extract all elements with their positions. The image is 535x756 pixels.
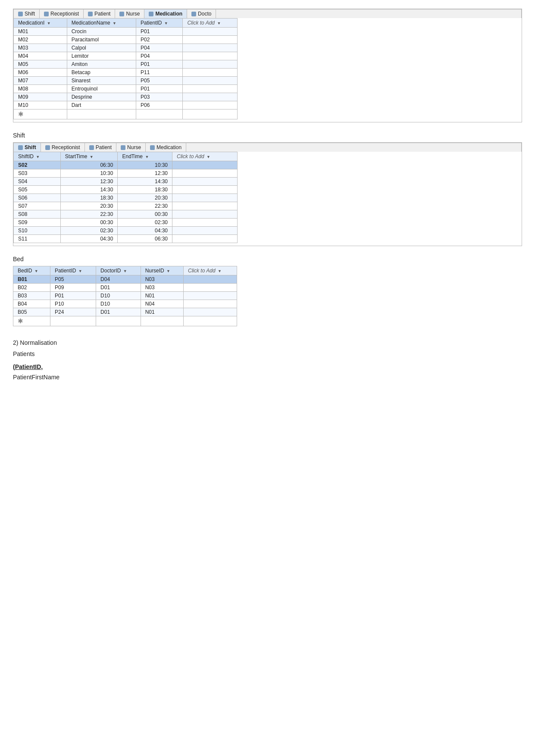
bed-row[interactable]: B03 P01 D10 N01 (13, 292, 237, 300)
tab-shift-active[interactable]: Shift (14, 143, 41, 152)
shift-end-cell: 12:30 (118, 169, 172, 178)
shift-row[interactable]: S11 04:30 06:30 (14, 235, 238, 243)
medication-row[interactable]: M08 Entroquinol P01 (14, 85, 238, 93)
medication-row[interactable]: M04 Lemitor P04 (14, 52, 238, 60)
shift-row[interactable]: S03 10:30 12:30 (14, 169, 238, 178)
col-bed-doctor-id-label: DoctorID (100, 268, 121, 274)
col-end-time[interactable]: EndTime ▼ (118, 152, 172, 161)
bed-section: Bed BedID ▼ PatientID ▼ DoctorID ▼ (13, 256, 522, 326)
asterisk-cell: ✱ (13, 316, 50, 326)
bed-row[interactable]: B05 P24 D01 N01 (13, 308, 237, 316)
shift-row[interactable]: S10 02:30 04:30 (14, 227, 238, 235)
col-start-time[interactable]: StartTime ▼ (60, 152, 118, 161)
med-patient-cell: P04 (136, 44, 183, 52)
shift-extra-cell (172, 235, 237, 243)
bed-extra-cell (184, 292, 237, 300)
tab-medication-shift[interactable]: Medication (146, 143, 186, 152)
col-patient-id[interactable]: PatientID ▼ (136, 19, 183, 28)
bed-doctor-cell: D04 (96, 275, 141, 284)
col-medication-id[interactable]: MedicationI ▼ (14, 19, 67, 28)
tab-nurse[interactable]: Nurse (115, 9, 144, 18)
sort-arrow-bed-id[interactable]: ▼ (34, 269, 38, 273)
medication-row[interactable]: M09 Desprine P03 (14, 93, 238, 101)
tab-receptionist[interactable]: Receptionist (40, 9, 84, 18)
med-id-cell: M01 (14, 28, 67, 36)
bed-id-cell: B05 (13, 308, 50, 316)
tab-patient-shift-label: Patient (96, 144, 112, 150)
bed-row[interactable]: B02 P09 D01 N03 (13, 284, 237, 292)
tab-patient-shift[interactable]: Patient (85, 143, 116, 152)
col-bed-id[interactable]: BedID ▼ (13, 266, 50, 275)
shift-start-cell: 02:30 (60, 227, 118, 235)
med-name-cell: Betacap (67, 69, 136, 77)
bed-row[interactable]: B01 P05 D04 N03 (13, 275, 237, 284)
shift-row[interactable]: S05 14:30 18:30 (14, 186, 238, 194)
medication-row[interactable]: M06 Betacap P11 (14, 69, 238, 77)
shift-row[interactable]: S09 00:30 02:30 (14, 219, 238, 227)
tab-receptionist-shift[interactable]: Receptionist (41, 143, 85, 152)
shift-id-cell: S03 (14, 169, 61, 178)
tab-nurse-shift[interactable]: Nurse (116, 143, 146, 152)
col-click-to-add-medication[interactable]: Click to Add ▼ (183, 19, 238, 28)
col-bed-doctor-id[interactable]: DoctorID ▼ (96, 266, 141, 275)
sort-arrow-medication-id[interactable]: ▼ (47, 21, 51, 25)
medication-row[interactable]: M02 Paracitamol P02 (14, 36, 238, 44)
shift-start-cell: 04:30 (60, 235, 118, 243)
col-bed-patient-id[interactable]: PatientID ▼ (50, 266, 96, 275)
tab-patient[interactable]: Patient (84, 9, 115, 18)
medication-data-table: MedicationI ▼ MedicationName ▼ PatientID… (13, 18, 238, 119)
medication-row[interactable]: M10 Dart P06 (14, 101, 238, 109)
bed-row[interactable]: B04 P10 D10 N04 (13, 300, 237, 308)
shift-row[interactable]: S07 20:30 22:30 (14, 202, 238, 210)
shift-row[interactable]: S08 22:30 00:30 (14, 210, 238, 219)
med-patient-cell: P06 (136, 101, 183, 109)
sort-arrow-medication-name[interactable]: ▼ (113, 21, 116, 25)
med-name-cell: Paracitamol (67, 36, 136, 44)
sort-arrow-end-time[interactable]: ▼ (145, 155, 149, 159)
medication-row[interactable]: M01 Crocin P01 (14, 28, 238, 36)
medication-row[interactable]: M03 Calpol P04 (14, 44, 238, 52)
sort-arrow-bed-nurse-id[interactable]: ▼ (166, 269, 170, 273)
med-patient-cell: P04 (136, 52, 183, 60)
shift-start-cell: 14:30 (60, 186, 118, 194)
shift-id-cell: S08 (14, 210, 61, 219)
med-id-cell: M02 (14, 36, 67, 44)
col-bed-nurse-id[interactable]: NurseID ▼ (141, 266, 183, 275)
bed-extra-cell (184, 308, 237, 316)
tab-medication[interactable]: Medication (144, 9, 187, 18)
bed-extra-cell (184, 275, 237, 284)
col-shift-id[interactable]: ShiftID ▼ (14, 152, 61, 161)
click-to-add-label-medication: Click to Add (187, 20, 215, 26)
sort-arrow-bed-doctor-id[interactable]: ▼ (123, 269, 127, 273)
col-click-to-add-shift[interactable]: Click to Add ▼ (172, 152, 237, 161)
tab-docto[interactable]: Docto (187, 9, 216, 18)
sort-arrow-patient-id[interactable]: ▼ (164, 21, 168, 25)
medication-row[interactable]: M05 Amiton P01 (14, 60, 238, 69)
shift-data-table: ShiftID ▼ StartTime ▼ EndTime ▼ Click (13, 152, 238, 243)
sort-arrow-shift-extra[interactable]: ▼ (206, 155, 210, 159)
col-medication-name-label: MedicationName (72, 20, 110, 26)
shift-extra-cell (172, 202, 237, 210)
click-to-add-label-shift: Click to Add (177, 153, 204, 159)
shift-start-cell: 10:30 (60, 169, 118, 178)
bed-patient-cell: P09 (50, 284, 96, 292)
sort-arrow-bed-patient-id[interactable]: ▼ (78, 269, 82, 273)
medication-row[interactable]: M07 Sinarest P05 (14, 77, 238, 85)
tab-shift[interactable]: Shift (14, 9, 40, 18)
shift-start-cell: 18:30 (60, 194, 118, 202)
sort-arrow-shift-id[interactable]: ▼ (36, 155, 40, 159)
shift-row[interactable]: S02 06:30 10:30 (14, 161, 238, 169)
bed-new-row-indicator[interactable]: ✱ (13, 316, 237, 326)
shift-row[interactable]: S04 12:30 14:30 (14, 178, 238, 186)
sort-arrow-start-time[interactable]: ▼ (90, 155, 94, 159)
shift-row[interactable]: S06 18:30 20:30 (14, 194, 238, 202)
col-start-time-label: StartTime (65, 153, 88, 159)
col-bed-patient-id-label: PatientID (55, 268, 76, 274)
tab-shift-label: Shift (25, 11, 35, 17)
bed-data-table: BedID ▼ PatientID ▼ DoctorID ▼ NurseID ▼ (13, 266, 237, 326)
sort-arrow-bed-extra[interactable]: ▼ (218, 269, 222, 273)
col-medication-name[interactable]: MedicationName ▼ (67, 19, 136, 28)
col-click-to-add-bed[interactable]: Click to Add ▼ (184, 266, 237, 275)
sort-arrow-click-to-add[interactable]: ▼ (217, 21, 221, 25)
new-row-indicator[interactable]: ✱ (14, 109, 238, 119)
